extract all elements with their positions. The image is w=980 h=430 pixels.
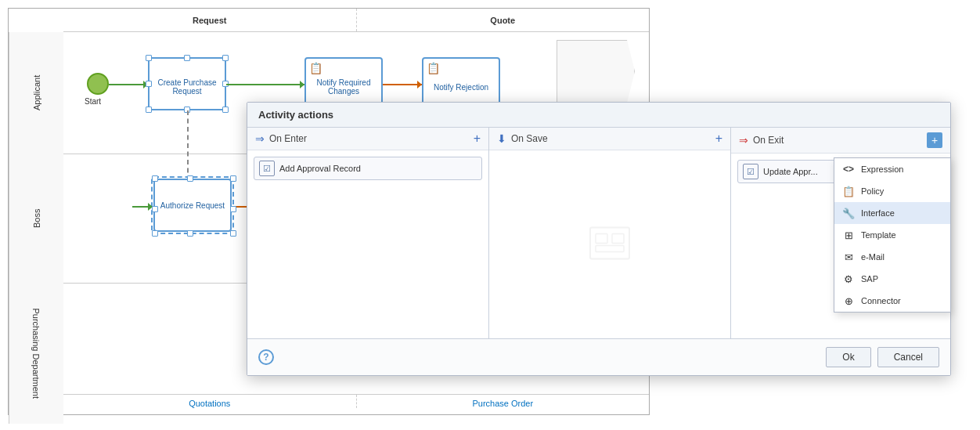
- update-appr-icon: ☑: [743, 164, 758, 179]
- arrow-notify-to-rejection: [383, 84, 422, 85]
- email-icon: ✉: [842, 251, 855, 263]
- svg-rect-3: [596, 246, 624, 252]
- arrow-to-authorize: [132, 206, 153, 208]
- create-purchase-node[interactable]: Create Purchase Request: [148, 57, 226, 110]
- dropdown-email[interactable]: ✉ e-Mail: [834, 246, 950, 268]
- create-purchase-label: Create Purchase Request: [150, 72, 225, 96]
- on-enter-add-button[interactable]: +: [474, 132, 481, 145]
- arrow-create-to-notify: [226, 84, 304, 85]
- start-node: [87, 73, 109, 95]
- policy-label: Policy: [861, 186, 884, 196]
- header-quote: Quote: [357, 9, 650, 31]
- template-label: Template: [861, 230, 896, 240]
- dropdown-interface[interactable]: 🔧 Interface: [834, 202, 950, 224]
- on-save-icon: ⬇: [497, 132, 506, 145]
- on-enter-icon: ⇒: [255, 132, 265, 145]
- add-approval-item[interactable]: ☑ Add Approval Record: [254, 157, 482, 180]
- lane-purchasing-text: Purchasing Department: [32, 308, 41, 399]
- auth-handle-tl: [152, 175, 158, 182]
- start-label: Start: [85, 97, 101, 106]
- sap-label: SAP: [861, 274, 878, 284]
- on-enter-panel: ⇒ On Enter + ☑ Add Approval Record: [247, 128, 489, 338]
- on-exit-header: ⇒ On Exit +: [731, 128, 950, 154]
- lane-boss-label: Boss: [9, 154, 63, 283]
- handle-br: [222, 107, 229, 113]
- policy-icon: 📋: [842, 185, 855, 197]
- activity-actions-modal: Activity actions ⇒ On Enter + ☑ Add Appr…: [247, 102, 951, 376]
- sap-icon: ⚙: [842, 273, 855, 285]
- on-enter-label: On Enter: [269, 133, 307, 144]
- cancel-button[interactable]: Cancel: [877, 347, 939, 367]
- on-save-add-button[interactable]: +: [715, 132, 722, 145]
- add-approval-label: Add Approval Record: [279, 164, 361, 173]
- on-enter-content: ☑ Add Approval Record: [247, 150, 488, 338]
- expression-icon: <>: [842, 163, 855, 175]
- auth-handle-br: [230, 230, 236, 237]
- auth-handle-mr: [230, 206, 236, 212]
- authorize-node[interactable]: Authorize Request: [153, 179, 232, 232]
- help-button[interactable]: ?: [258, 349, 274, 365]
- svg-rect-2: [612, 234, 624, 244]
- big-right-arrow: [557, 40, 635, 103]
- handle-tr: [222, 55, 229, 61]
- notify-changes-icon: 📋: [309, 62, 322, 74]
- on-enter-header: ⇒ On Enter +: [247, 128, 488, 150]
- auth-handle-bc: [187, 230, 193, 237]
- connector-icon: ⊕: [842, 294, 855, 307]
- arrow-start-to-create: [109, 84, 148, 85]
- footer-purchase-order: Purchase Order: [357, 395, 650, 408]
- arrow-vert-dashed: [187, 110, 189, 181]
- on-exit-label: On Exit: [753, 135, 784, 146]
- modal-title: Activity actions: [258, 109, 333, 121]
- on-save-panel: ⬇ On Save +: [489, 128, 731, 338]
- handle-tl: [146, 55, 152, 61]
- modal-title-bar: Activity actions: [247, 103, 950, 128]
- lane-purchasing-label: Purchasing Department: [9, 283, 63, 424]
- handle-bl: [146, 107, 152, 113]
- on-exit-icon: ⇒: [739, 134, 748, 146]
- footer-labels: Quotations Purchase Order: [63, 394, 649, 408]
- interface-icon: 🔧: [842, 207, 855, 219]
- on-save-content: [489, 150, 730, 338]
- auth-handle-bl: [152, 230, 158, 237]
- lane-applicant-label: Applicant: [9, 32, 63, 154]
- ok-button[interactable]: Ok: [826, 347, 870, 367]
- on-exit-add-button[interactable]: +: [927, 132, 942, 148]
- footer-quotations: Quotations: [63, 395, 357, 408]
- email-label: e-Mail: [861, 252, 885, 262]
- svg-rect-1: [596, 234, 607, 244]
- auth-handle-tr: [230, 175, 236, 182]
- interface-label: Interface: [861, 208, 895, 218]
- notify-changes-label: Notify Required Changes: [306, 72, 381, 96]
- notify-rejection-label: Notify Rejection: [434, 77, 488, 92]
- header-request: Request: [63, 9, 357, 31]
- dropdown-template[interactable]: ⊞ Template: [834, 224, 950, 246]
- notify-rejection-icon: 📋: [427, 62, 440, 74]
- approval-item-icon: ☑: [259, 161, 275, 176]
- modal-body: ⇒ On Enter + ☑ Add Approval Record ⬇ On …: [247, 128, 950, 339]
- on-save-empty-placeholder: [586, 224, 633, 266]
- dropdown-sap[interactable]: ⚙ SAP: [834, 268, 950, 290]
- dropdown-connector[interactable]: ⊕ Connector: [834, 290, 950, 312]
- connector-label: Connector: [861, 296, 901, 305]
- on-exit-dropdown: <> Expression 📋 Policy 🔧 Interface ⊞ Tem…: [834, 157, 951, 313]
- authorize-label: Authorize Request: [160, 201, 225, 210]
- dropdown-policy[interactable]: 📋 Policy: [834, 180, 950, 202]
- header-row: Request Quote: [63, 9, 649, 32]
- modal-footer: ? Ok Cancel: [247, 339, 950, 375]
- update-appr-label: Update Appr...: [763, 167, 818, 176]
- template-icon: ⊞: [842, 229, 855, 241]
- dropdown-expression[interactable]: <> Expression: [834, 158, 950, 180]
- on-save-header: ⬇ On Save +: [489, 128, 730, 150]
- auth-handle-tc: [187, 175, 193, 182]
- expression-label: Expression: [861, 164, 903, 174]
- on-save-label: On Save: [511, 133, 548, 144]
- on-exit-panel: ⇒ On Exit + ☑ Update Appr... <> Expressi…: [731, 128, 950, 338]
- handle-tc: [184, 55, 190, 61]
- handle-ml: [146, 81, 152, 87]
- auth-handle-ml: [152, 206, 158, 212]
- footer-buttons: Ok Cancel: [826, 347, 939, 367]
